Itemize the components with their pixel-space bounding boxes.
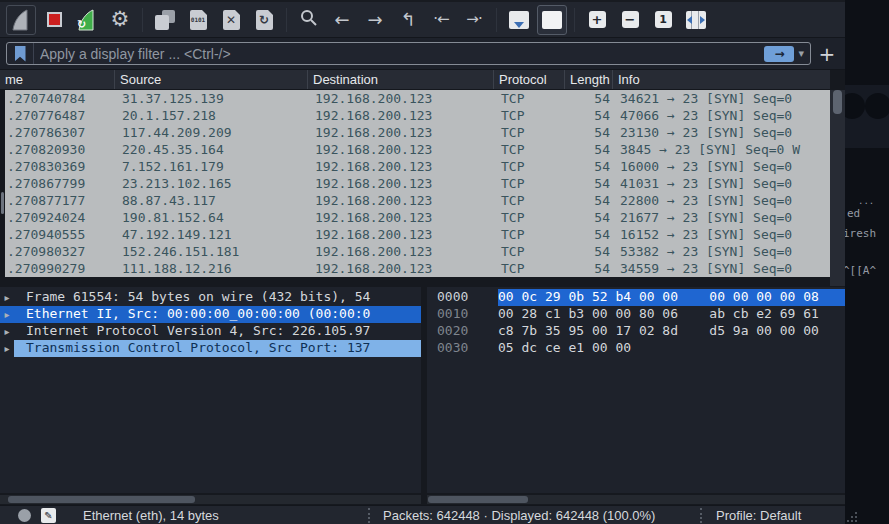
display-filter-field[interactable]: → ▾ xyxy=(6,42,811,65)
details-row[interactable]: ▸Transmission Control Protocol, Src Port… xyxy=(0,340,421,357)
packet-row[interactable]: .270980327152.246.151.181192.168.200.123… xyxy=(5,243,830,260)
background-terminal-window[interactable]: ... ed iresh ^[[A^ xyxy=(845,0,889,524)
zoom-100-button[interactable]: 1 xyxy=(648,5,678,35)
scrollbar-thumb[interactable] xyxy=(833,90,842,114)
packet-row[interactable]: .27077648720.1.157.218192.168.200.123TCP… xyxy=(5,107,830,124)
hex-row[interactable]: 0020c8 7b 35 95 00 17 02 8d d5 9a 00 00 … xyxy=(427,323,845,340)
resize-columns-button[interactable] xyxy=(681,5,711,35)
hex-row[interactable]: 003005 dc ce e1 00 00 xyxy=(427,340,845,357)
hex-row[interactable]: 001000 28 c1 b3 00 00 80 06 ab cb e2 69 … xyxy=(427,306,845,323)
packet-row[interactable]: .270786307117.44.209.209192.168.200.123T… xyxy=(5,124,830,141)
go-last-packet-button[interactable]: →· xyxy=(459,5,489,35)
cell-destination: 192.168.200.123 xyxy=(308,243,494,260)
column-header-length[interactable]: Length xyxy=(565,70,613,89)
save-file-button[interactable]: 0101 xyxy=(183,5,213,35)
cell-time: .270830369 xyxy=(5,158,115,175)
cell-protocol: TCP xyxy=(494,192,565,209)
cell-source: 20.1.157.218 xyxy=(115,107,308,124)
cell-source: 111.188.12.216 xyxy=(115,260,308,277)
filter-bookmark-button[interactable] xyxy=(7,43,34,64)
bytes-hscrollbar[interactable] xyxy=(427,495,845,504)
toolbar-separator xyxy=(286,8,287,32)
find-packet-button[interactable] xyxy=(294,5,324,35)
column-header-destination[interactable]: Destination xyxy=(308,70,494,89)
apply-filter-button[interactable]: → xyxy=(764,46,794,62)
add-filter-button[interactable]: + xyxy=(815,42,839,66)
open-file-button[interactable] xyxy=(150,5,180,35)
cell-length: 54 xyxy=(565,175,610,192)
cell-info: 47066 → 23 [SYN] Seq=0 xyxy=(610,107,830,124)
cell-source: 220.45.35.164 xyxy=(115,141,308,158)
expand-arrow-icon[interactable]: ▸ xyxy=(0,340,14,357)
terminal-titlebar-button-icon xyxy=(865,93,889,119)
profile-status[interactable]: Profile: Default xyxy=(700,508,845,523)
go-to-packet-button[interactable]: ↰ xyxy=(393,5,423,35)
packet-row[interactable]: .2708303697.152.161.179192.168.200.123TC… xyxy=(5,158,830,175)
hex-row[interactable]: 000000 0c 29 0b 52 b4 00 00 00 00 00 00 … xyxy=(427,289,845,306)
packet-row[interactable]: .270924024190.81.152.64192.168.200.123TC… xyxy=(5,209,830,226)
packet-list-scrollbar[interactable] xyxy=(830,90,845,286)
close-file-icon: ✕ xyxy=(223,10,240,30)
column-header-info[interactable]: Info xyxy=(613,70,830,89)
details-row[interactable]: ▸Ethernet II, Src: 00:00:00_00:00:00 (00… xyxy=(0,306,421,323)
cell-length: 54 xyxy=(565,243,610,260)
wireshark-fin-icon xyxy=(10,8,32,32)
restart-capture-button[interactable]: ↻ xyxy=(72,5,102,35)
details-hscrollbar[interactable] xyxy=(0,495,421,504)
packet-row[interactable]: .270990279111.188.12.216192.168.200.123T… xyxy=(5,260,830,277)
cell-source: 47.192.149.121 xyxy=(115,226,308,243)
arrow-right-icon: → xyxy=(367,11,382,29)
reload-file-button[interactable]: ↻ xyxy=(249,5,279,35)
capture-comment-icon[interactable]: ✎ xyxy=(41,508,56,523)
scrollbar-thumb[interactable] xyxy=(428,496,528,503)
cell-length: 54 xyxy=(565,226,610,243)
terminal-text: ... xyxy=(858,196,874,206)
filter-bar: → ▾ + xyxy=(0,38,845,70)
cell-source: 190.81.152.64 xyxy=(115,209,308,226)
packet-row[interactable]: .27087717788.87.43.117192.168.200.123TCP… xyxy=(5,192,830,209)
cell-protocol: TCP xyxy=(494,141,565,158)
packet-row[interactable]: .27086779923.213.102.165192.168.200.123T… xyxy=(5,175,830,192)
auto-scroll-button[interactable] xyxy=(504,5,534,35)
zoom-in-button[interactable]: + xyxy=(582,5,612,35)
details-row[interactable]: ▸Internet Protocol Version 4, Src: 226.1… xyxy=(0,323,421,340)
auto-scroll-icon xyxy=(509,11,529,29)
scrollbar-thumb[interactable] xyxy=(8,496,195,503)
cell-protocol: TCP xyxy=(494,175,565,192)
apply-arrow-icon: → xyxy=(774,47,784,61)
zoom-out-button[interactable]: − xyxy=(615,5,645,35)
expand-arrow-icon[interactable]: ▸ xyxy=(0,289,14,306)
cell-length: 54 xyxy=(565,260,610,277)
cell-length: 54 xyxy=(565,124,610,141)
cell-info: 22800 → 23 [SYN] Seq=0 xyxy=(610,192,830,209)
cell-protocol: TCP xyxy=(494,243,565,260)
resize-grip[interactable] xyxy=(847,512,859,522)
go-first-packet-button[interactable]: ·← xyxy=(426,5,456,35)
cell-protocol: TCP xyxy=(494,260,565,277)
cell-info: 21677 → 23 [SYN] Seq=0 xyxy=(610,209,830,226)
column-header-protocol[interactable]: Protocol xyxy=(494,70,565,89)
close-file-button[interactable]: ✕ xyxy=(216,5,246,35)
details-row[interactable]: ▸Frame 61554: 54 bytes on wire (432 bits… xyxy=(0,289,421,306)
go-back-button[interactable]: ← xyxy=(327,5,357,35)
capture-options-button[interactable]: ⚙ xyxy=(105,5,135,35)
display-filter-input[interactable] xyxy=(34,46,764,62)
cell-info: 53382 → 23 [SYN] Seq=0 xyxy=(610,243,830,260)
column-header-source[interactable]: Source xyxy=(115,70,308,89)
colorize-button[interactable] xyxy=(537,5,567,35)
expert-info-icon[interactable] xyxy=(18,509,31,522)
column-header-time[interactable]: me xyxy=(0,70,115,89)
go-forward-button[interactable]: → xyxy=(360,5,390,35)
start-capture-button[interactable] xyxy=(6,5,36,35)
stop-capture-button[interactable] xyxy=(39,5,69,35)
packet-row[interactable]: .27094055547.192.149.121192.168.200.123T… xyxy=(5,226,830,243)
cell-info: 41031 → 23 [SYN] Seq=0 xyxy=(610,175,830,192)
expand-arrow-icon[interactable]: ▸ xyxy=(0,323,14,340)
packet-row[interactable]: .27074078431.37.125.139192.168.200.123TC… xyxy=(5,90,830,107)
expand-arrow-icon[interactable]: ▸ xyxy=(0,306,14,323)
packet-row[interactable]: .270820930220.45.35.164192.168.200.123TC… xyxy=(5,141,830,158)
cell-source: 152.246.151.181 xyxy=(115,243,308,260)
filter-dropdown-caret[interactable]: ▾ xyxy=(798,47,804,60)
cell-time: .270867799 xyxy=(5,175,115,192)
selected-field-status: Ethernet (eth), 14 bytes xyxy=(83,508,219,523)
